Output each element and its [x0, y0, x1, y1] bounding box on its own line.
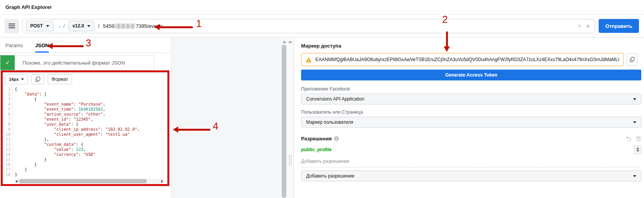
- scroll-up-icon[interactable]: [282, 41, 286, 43]
- copy-json-button[interactable]: [31, 74, 44, 84]
- annotation-label-2: 2: [442, 14, 448, 24]
- graph-api-explorer-screen: Graph API Explorer POST → / v12.0 / 5459…: [0, 0, 644, 198]
- line-number: 4: [3, 102, 13, 107]
- line-number: 10: [3, 132, 13, 137]
- annotation-label-4: 4: [213, 121, 218, 131]
- access-token-heading: Маркер доступа: [301, 43, 641, 49]
- right-panel-scrollbar[interactable]: [287, 38, 294, 198]
- access-token-field[interactable]: EAANMliifQglBABUaJA9O6ubyrxzEPIl8GsAwVeT…: [301, 53, 624, 66]
- line-number: 6: [3, 112, 13, 117]
- line-number: 13: [3, 147, 13, 152]
- code-line: 4 "event_name": "Purchase",: [3, 102, 167, 107]
- add-permission-placeholder[interactable]: Добавить разрешение: [301, 159, 641, 164]
- font-size-dropdown[interactable]: 14px: [5, 74, 28, 84]
- scrollbar-thumb[interactable]: [282, 44, 286, 198]
- undo-icon[interactable]: [626, 136, 632, 142]
- panel-resize-handle[interactable]: [289, 155, 292, 166]
- tab-json[interactable]: JSON: [35, 38, 49, 53]
- line-number: 8: [3, 122, 13, 127]
- request-url-bar[interactable]: POST → / v12.0 / 5459 7395/events × ★: [22, 19, 595, 33]
- chevron-down-icon: [633, 175, 636, 177]
- code-line: 5 "event_time": 1640182562,: [3, 107, 167, 112]
- annotation-arrow-2: [444, 31, 450, 52]
- line-number: 14: [3, 152, 13, 157]
- editor-horizontal-scrollbar[interactable]: [14, 179, 164, 184]
- annotation-box-json-editor: 14px Формат 1{2 "data": [3 {4 "event_nam…: [1, 70, 169, 186]
- copy-icon: [630, 57, 635, 62]
- annotation-arrow-4: [173, 126, 210, 133]
- chevron-down-icon: [633, 98, 636, 100]
- user-or-page-value: Маркер пользователя: [306, 119, 353, 125]
- response-scrollbar[interactable]: [281, 38, 287, 198]
- copy-token-button[interactable]: [627, 53, 637, 66]
- scroll-up-icon[interactable]: [288, 41, 292, 43]
- trash-icon[interactable]: [635, 136, 641, 142]
- line-number: 9: [3, 127, 13, 132]
- page-title: Graph API Explorer: [5, 4, 52, 10]
- line-number: 15: [3, 157, 13, 162]
- line-number: 11: [3, 137, 13, 142]
- line-number: 5: [3, 107, 13, 112]
- code-line: 14 "currency": "USD": [3, 152, 167, 157]
- granted-permission: public_profile: [301, 147, 332, 152]
- user-or-page-dropdown[interactable]: Маркер пользователя: [301, 117, 641, 128]
- copy-icon: [35, 77, 40, 82]
- scroll-right-icon[interactable]: [161, 180, 163, 183]
- permission-row: public_profile: [301, 145, 641, 154]
- main-content: Params JSON ✓ Похоже, это действительный…: [0, 38, 644, 198]
- line-number: 18: [3, 172, 13, 177]
- json-validation-banner: ✓ Похоже, это действительный формат JSON: [0, 55, 154, 70]
- code-line: 11 },: [3, 137, 167, 142]
- facebook-app-dropdown[interactable]: Conversions API Application: [301, 94, 641, 104]
- code-line: 9 "client_ip_address": "192.92.92.9",: [3, 127, 167, 132]
- scrollbar-thumb[interactable]: [19, 179, 147, 183]
- tab-params[interactable]: Params: [5, 38, 23, 53]
- chevron-down-icon: [633, 121, 636, 123]
- permission-reorder-stepper[interactable]: [634, 145, 641, 154]
- version-value: v12.0: [72, 23, 84, 29]
- chevron-down-icon: [87, 25, 90, 27]
- scroll-left-icon[interactable]: [15, 180, 17, 183]
- code-line: 10 "client_user_agent": "test1 ua": [3, 132, 167, 137]
- favorite-star-icon[interactable]: ★: [585, 23, 591, 29]
- app-header: Graph API Explorer: [0, 0, 644, 15]
- add-permission-value: Добавить разрешение: [306, 173, 355, 179]
- clear-icon[interactable]: ×: [578, 23, 582, 29]
- add-permission-dropdown[interactable]: Добавить разрешение: [301, 171, 641, 181]
- facebook-app-value: Conversions API Application: [306, 96, 364, 102]
- code-line: 7 "event_id": "12345",: [3, 117, 167, 122]
- annotation-label-1: 1: [196, 19, 201, 29]
- user-or-page-label: Пользователь или Страница: [301, 109, 641, 115]
- response-panel: [171, 38, 281, 198]
- line-number: 2: [3, 92, 13, 97]
- annotation-arrow-3: [47, 43, 84, 49]
- format-button[interactable]: Формат: [48, 74, 72, 84]
- json-valid-message: Похоже, это действительный формат JSON: [15, 55, 154, 70]
- editor-toolbar: 14px Формат: [3, 72, 167, 86]
- chevron-down-icon: [21, 79, 24, 80]
- permissions-heading: Разрешения: [301, 136, 332, 142]
- json-code-editor[interactable]: 1{2 "data": [3 {4 "event_name": "Purchas…: [3, 87, 167, 177]
- code-line: 16 }: [3, 162, 167, 167]
- annotation-arrow-1: [154, 24, 193, 30]
- menu-button[interactable]: [5, 19, 19, 33]
- line-number: 3: [3, 97, 13, 102]
- path-separator: /: [98, 23, 100, 29]
- hamburger-icon: [9, 24, 15, 24]
- submit-button[interactable]: Отправить: [599, 19, 639, 33]
- method-dropdown[interactable]: POST: [26, 21, 53, 31]
- code-line: 17 ]: [3, 167, 167, 172]
- code-line: 8 "user_data": {: [3, 122, 167, 127]
- access-token-panel: Маркер доступа EAANMliifQglBABUaJA9O6uby…: [294, 38, 644, 198]
- warning-icon: [305, 57, 312, 63]
- chevron-up-icon: [636, 147, 639, 149]
- generate-access-token-button[interactable]: Generate Access Token: [301, 70, 641, 80]
- chevron-down-icon: [46, 25, 49, 27]
- code-line: 3 {: [3, 97, 167, 102]
- code-line: 15 }: [3, 157, 167, 162]
- line-number: 16: [3, 162, 13, 167]
- request-arrow-separator: → /: [57, 23, 65, 29]
- redacted-path-segment: [114, 24, 135, 29]
- version-dropdown[interactable]: v12.0: [68, 21, 95, 31]
- facebook-app-label: Приложение Facebook: [301, 86, 641, 92]
